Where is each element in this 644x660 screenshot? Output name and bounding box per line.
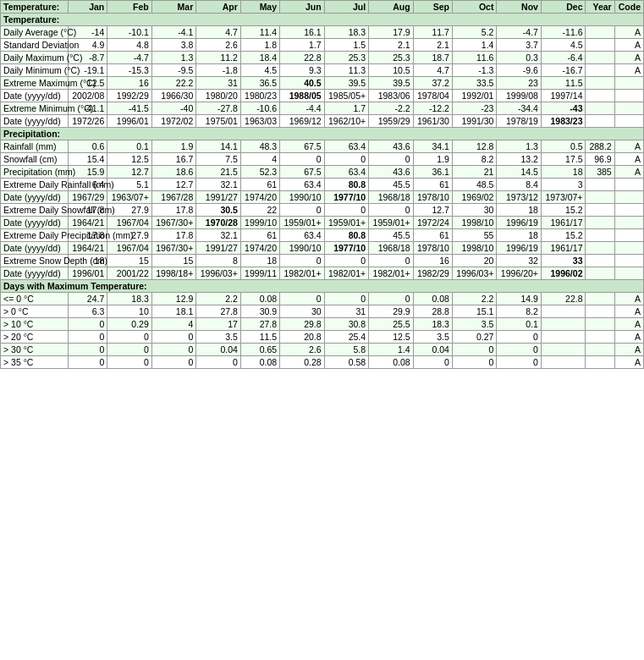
cell-2-7: 2.1 bbox=[369, 39, 414, 52]
cell-26-13: A bbox=[614, 344, 643, 356]
cell-13-6: 80.8 bbox=[324, 179, 369, 191]
cell-4-6: 11.3 bbox=[324, 64, 369, 77]
cell-17-9: 55 bbox=[452, 229, 497, 242]
cell-15-10: 18 bbox=[497, 204, 542, 217]
cell-14-2: 1967/28 bbox=[151, 191, 196, 204]
cell-23-13: A bbox=[614, 305, 643, 318]
cell-8-5: 1969/12 bbox=[280, 115, 325, 128]
row-label-4: Daily Minimum (°C) bbox=[1, 64, 69, 77]
cell-25-5: 20.8 bbox=[280, 331, 325, 344]
cell-15-12 bbox=[586, 204, 614, 217]
row-label-18: Date (yyyy/dd) bbox=[1, 242, 69, 255]
cell-11-12: 96.9 bbox=[586, 153, 614, 166]
cell-6-13 bbox=[614, 90, 643, 102]
cell-19-9: 20 bbox=[452, 255, 497, 267]
cell-26-7: 1.4 bbox=[369, 344, 414, 356]
cell-17-4: 61 bbox=[240, 229, 279, 242]
row-label-10: Rainfall (mm) bbox=[1, 140, 69, 153]
cell-17-13 bbox=[614, 229, 643, 242]
cell-19-3: 8 bbox=[196, 255, 241, 267]
cell-5-10: 23 bbox=[497, 77, 542, 90]
row-label-27: > 35 °C bbox=[1, 356, 69, 369]
cell-15-7: 0 bbox=[369, 204, 414, 217]
cell-2-9: 1.4 bbox=[452, 39, 497, 52]
cell-6-5: 1988/05 bbox=[280, 90, 325, 102]
cell-12-7: 43.6 bbox=[369, 166, 414, 179]
cell-3-10: 0.3 bbox=[497, 52, 542, 64]
cell-3-8: 18.7 bbox=[413, 52, 452, 64]
cell-17-12 bbox=[586, 229, 614, 242]
col-oct: Oct bbox=[452, 1, 497, 14]
cell-20-13 bbox=[614, 267, 643, 280]
cell-16-7: 1959/01+ bbox=[369, 217, 414, 229]
cell-27-7: 0.08 bbox=[369, 356, 414, 369]
row-label-23: > 0 °C bbox=[1, 305, 69, 318]
cell-16-3: 1970/28 bbox=[196, 217, 241, 229]
cell-2-6: 1.5 bbox=[324, 39, 369, 52]
col-mar: Mar bbox=[151, 1, 196, 14]
cell-5-3: 31 bbox=[196, 77, 241, 90]
cell-4-3: -1.8 bbox=[196, 64, 241, 77]
cell-1-7: 17.9 bbox=[369, 26, 414, 39]
cell-27-3: 0 bbox=[196, 356, 241, 369]
cell-25-13: A bbox=[614, 331, 643, 344]
cell-8-9: 1991/30 bbox=[452, 115, 497, 128]
cell-12-4: 52.3 bbox=[240, 166, 279, 179]
cell-11-11: 17.5 bbox=[541, 153, 586, 166]
cell-4-10: -9.6 bbox=[497, 64, 542, 77]
cell-7-5: -4.4 bbox=[280, 102, 325, 115]
climate-data-table: Temperature: Jan Feb Mar Apr May Jun Jul… bbox=[0, 0, 644, 369]
cell-23-12 bbox=[586, 305, 614, 318]
cell-24-4: 27.8 bbox=[240, 318, 279, 331]
cell-6-2: 1966/30 bbox=[151, 90, 196, 102]
cell-25-3: 3.5 bbox=[196, 331, 241, 344]
row-label-25: > 20 °C bbox=[1, 331, 69, 344]
cell-7-2: -40 bbox=[151, 102, 196, 115]
cell-5-6: 39.5 bbox=[324, 77, 369, 90]
cell-26-12 bbox=[586, 344, 614, 356]
cell-8-4: 1963/03 bbox=[240, 115, 279, 128]
cell-16-9: 1998/10 bbox=[452, 217, 497, 229]
cell-3-4: 18.4 bbox=[240, 52, 279, 64]
cell-11-13: A bbox=[614, 153, 643, 166]
cell-10-8: 34.1 bbox=[413, 140, 452, 153]
cell-14-6: 1977/10 bbox=[324, 191, 369, 204]
cell-6-7: 1983/06 bbox=[369, 90, 414, 102]
cell-23-9: 15.1 bbox=[452, 305, 497, 318]
cell-4-5: 9.3 bbox=[280, 64, 325, 77]
cell-26-4: 0.65 bbox=[240, 344, 279, 356]
cell-18-11: 1961/17 bbox=[541, 242, 586, 255]
cell-19-2: 15 bbox=[151, 255, 196, 267]
cell-13-10: 8.4 bbox=[497, 179, 542, 191]
cell-5-2: 22.2 bbox=[151, 77, 196, 90]
cell-5-4: 36.5 bbox=[240, 77, 279, 90]
cell-3-11: -6.4 bbox=[541, 52, 586, 64]
col-dec: Dec bbox=[541, 1, 586, 14]
cell-19-8: 16 bbox=[413, 255, 452, 267]
cell-6-3: 1980/20 bbox=[196, 90, 241, 102]
cell-6-11: 1997/14 bbox=[541, 90, 586, 102]
cell-1-12 bbox=[586, 26, 614, 39]
cell-13-8: 61 bbox=[413, 179, 452, 191]
cell-1-13: A bbox=[614, 26, 643, 39]
cell-5-12 bbox=[586, 77, 614, 90]
row-label-5: Extreme Maximum (°C) bbox=[1, 77, 69, 90]
cell-4-9: -1.3 bbox=[452, 64, 497, 77]
cell-16-12 bbox=[586, 217, 614, 229]
row-label-16: Date (yyyy/dd) bbox=[1, 217, 69, 229]
cell-25-1: 0 bbox=[107, 331, 152, 344]
cell-13-4: 61 bbox=[240, 179, 279, 191]
cell-26-6: 5.8 bbox=[324, 344, 369, 356]
cell-4-7: 10.5 bbox=[369, 64, 414, 77]
cell-10-5: 67.5 bbox=[280, 140, 325, 153]
cell-16-2: 1967/30+ bbox=[151, 217, 196, 229]
cell-7-1: -41.5 bbox=[107, 102, 152, 115]
row-label-26: > 30 °C bbox=[1, 344, 69, 356]
cell-16-8: 1972/24 bbox=[413, 217, 452, 229]
cell-18-5: 1990/10 bbox=[280, 242, 325, 255]
cell-1-6: 18.3 bbox=[324, 26, 369, 39]
cell-6-1: 1992/29 bbox=[107, 90, 152, 102]
cell-20-2: 1998/18+ bbox=[151, 267, 196, 280]
cell-26-9: 0 bbox=[452, 344, 497, 356]
cell-24-8: 18.3 bbox=[413, 318, 452, 331]
